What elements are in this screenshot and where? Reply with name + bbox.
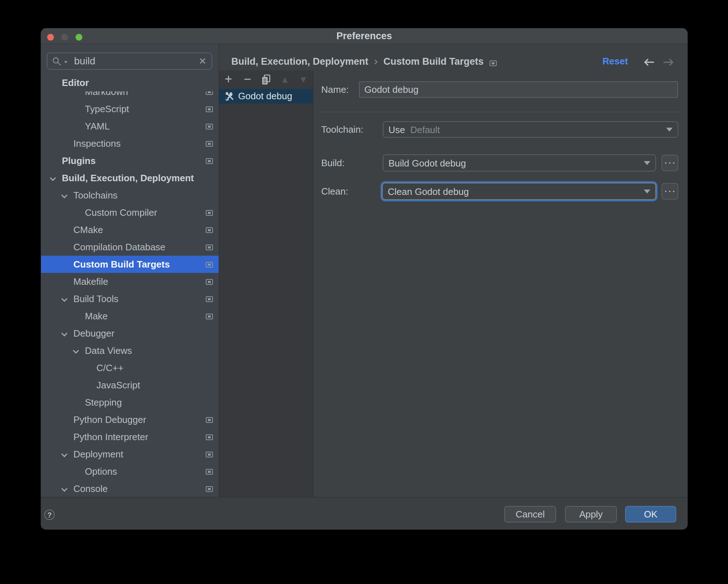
chevron-down-icon[interactable] (74, 348, 78, 353)
remove-target-button[interactable]: − (241, 70, 254, 89)
settings-match-icon (206, 245, 213, 250)
tree-item-label: Build Tools (73, 290, 118, 307)
dropdown-arrow-icon (644, 161, 650, 165)
copy-icon (261, 74, 271, 85)
move-up-button[interactable]: ▲ (278, 70, 291, 89)
titlebar[interactable]: Preferences (41, 28, 687, 44)
forward-arrow-icon[interactable] (663, 58, 674, 66)
list-divider (313, 70, 313, 497)
chevron-down-icon[interactable] (62, 487, 67, 491)
settings-match-icon (206, 124, 213, 129)
settings-match-icon (206, 434, 213, 440)
settings-match-icon (206, 469, 213, 475)
chevron-down-icon[interactable] (62, 193, 67, 198)
reset-link[interactable]: Reset (602, 51, 628, 71)
chevron-down-icon[interactable] (51, 176, 55, 181)
settings-match-icon (206, 106, 213, 112)
tree-item-data-views[interactable]: Data Views (41, 342, 219, 359)
tree-item-cmake[interactable]: CMake (41, 221, 219, 238)
tree-item-label: Make (85, 307, 108, 325)
tree-item-custom-compiler[interactable]: Custom Compiler (41, 204, 219, 221)
tree-item-custom-build-targets[interactable]: Custom Build Targets (41, 256, 219, 273)
settings-tree: MarkdownTypeScriptYAMLInspectionsPlugins… (41, 83, 219, 497)
settings-match-icon (206, 279, 213, 285)
build-browse-button[interactable]: ··· (661, 155, 678, 171)
tree-item-build-execution-deployment[interactable]: Build, Execution, Deployment (41, 169, 219, 187)
chevron-down-icon[interactable] (62, 331, 67, 336)
tree-item-label: Debugger (73, 325, 114, 342)
tree-item-build-tools[interactable]: Build Tools (41, 290, 219, 307)
clean-label: Clean: (321, 183, 348, 200)
tree-item-plugins[interactable]: Plugins (41, 152, 219, 169)
tree-item-deployment[interactable]: Deployment (41, 446, 219, 463)
name-value: Godot debug (364, 82, 418, 97)
tree-item-label: Deployment (73, 446, 123, 463)
settings-match-icon (206, 227, 213, 233)
tree-item-debugger[interactable]: Debugger (41, 325, 219, 342)
name-label: Name: (321, 81, 349, 98)
tree-item-console[interactable]: Console (41, 480, 219, 497)
breadcrumb-parent[interactable]: Build, Execution, Deployment (231, 56, 368, 67)
tree-section-editor[interactable]: Editor (41, 76, 218, 91)
tree-item-typescript[interactable]: TypeScript (41, 100, 219, 118)
back-arrow-icon[interactable] (644, 58, 655, 66)
add-target-button[interactable]: + (222, 70, 235, 89)
chevron-down-icon[interactable] (62, 297, 67, 301)
tree-item-label: TypeScript (85, 100, 129, 118)
clean-browse-button[interactable]: ··· (661, 183, 678, 200)
tree-item-compilation-database[interactable]: Compilation Database (41, 238, 219, 256)
ok-button[interactable]: OK (625, 506, 676, 523)
clean-dropdown[interactable]: Clean Godot debug (382, 183, 656, 200)
dialog-footer: ? Cancel Apply OK (41, 497, 687, 529)
tree-item-inspections[interactable]: Inspections (41, 135, 219, 152)
tree-item-label: Toolchains (73, 187, 118, 204)
tree-item-python-debugger[interactable]: Python Debugger (41, 411, 219, 428)
sidebar-divider (219, 44, 219, 497)
apply-button[interactable]: Apply (565, 506, 617, 523)
tree-item-label: Custom Compiler (85, 204, 157, 221)
tree-item-javascript[interactable]: JavaScript (41, 377, 219, 394)
tree-item-c-c[interactable]: C/C++ (41, 359, 219, 377)
tree-item-label: Options (85, 463, 117, 480)
build-target-icon (224, 91, 235, 102)
copy-target-button[interactable] (260, 70, 273, 89)
chevron-down-icon[interactable] (62, 452, 67, 457)
settings-match-icon (206, 141, 213, 147)
tree-item-label: YAML (85, 118, 110, 135)
tree-item-python-interpreter[interactable]: Python Interpreter (41, 428, 219, 446)
tree-item-label: Custom Build Targets (73, 256, 170, 273)
form-separator (321, 112, 678, 112)
dropdown-arrow-icon (666, 128, 673, 132)
target-list-item[interactable]: Godot debug (219, 89, 313, 104)
tree-item-label: Makefile (73, 273, 108, 290)
toolchain-dropdown[interactable]: Use Default (383, 121, 678, 138)
move-down-button[interactable]: ▼ (297, 70, 310, 89)
clear-search-icon[interactable]: ✕ (199, 53, 206, 69)
settings-match-icon (206, 158, 213, 164)
name-input[interactable]: Godot debug (359, 81, 678, 98)
tree-item-yaml[interactable]: YAML (41, 118, 219, 135)
targets-list-panel (219, 70, 313, 497)
breadcrumb-separator: › (368, 55, 383, 67)
tree-item-stepping[interactable]: Stepping (41, 394, 219, 411)
settings-match-icon (206, 417, 213, 423)
settings-match-icon (206, 262, 213, 268)
tree-item-label: Python Debugger (73, 411, 146, 428)
tree-item-label: Python Interpreter (73, 428, 148, 446)
tree-item-label: CMake (73, 221, 103, 238)
breadcrumb: Build, Execution, Deployment›Custom Buil… (231, 51, 497, 71)
tree-item-options[interactable]: Options (41, 463, 219, 480)
preferences-window: Preferences build ✕ MarkdownTypeScriptYA… (41, 28, 687, 529)
help-button[interactable]: ? (44, 510, 55, 520)
build-label: Build: (321, 154, 345, 172)
tree-item-toolchains[interactable]: Toolchains (41, 187, 219, 204)
cancel-button[interactable]: Cancel (504, 506, 556, 523)
search-options-chevron-icon[interactable] (64, 61, 68, 63)
tree-item-make[interactable]: Make (41, 307, 219, 325)
build-dropdown[interactable]: Build Godot debug (383, 154, 656, 172)
tree-item-makefile[interactable]: Makefile (41, 273, 219, 290)
settings-match-icon (206, 314, 213, 319)
tree-item-label: JavaScript (96, 377, 140, 394)
search-field[interactable]: build ✕ (47, 53, 212, 70)
search-input[interactable]: build (74, 53, 95, 69)
